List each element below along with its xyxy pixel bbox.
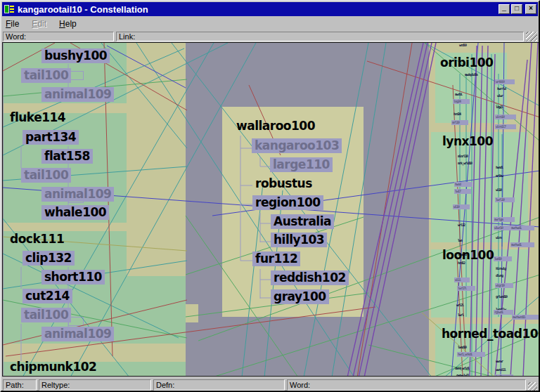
word-node-australia[interactable]: Australia bbox=[271, 214, 334, 229]
micro-word-label[interactable]: grlwnd10 bbox=[495, 294, 516, 299]
word-node-oribi100[interactable]: oribi100 bbox=[437, 55, 496, 70]
word-node-loon100[interactable]: loon100 bbox=[439, 248, 496, 263]
word-node-short110[interactable]: short110 bbox=[41, 270, 105, 285]
resize-grip[interactable] bbox=[528, 382, 537, 391]
word-node-flat158[interactable]: flat158 bbox=[41, 149, 93, 164]
word-node-part134[interactable]: part134 bbox=[22, 130, 79, 145]
micro-word-label[interactable]: lwrl10 bbox=[495, 197, 515, 202]
word-node-whale100[interactable]: whale100 bbox=[41, 205, 109, 220]
micro-word-label[interactable]: wwrwr bbox=[495, 359, 512, 364]
word-node-kangaroo103[interactable]: kangaroo103 bbox=[252, 138, 342, 153]
micro-word-label[interactable]: gwgw-lw1l bbox=[456, 373, 480, 377]
micro-word-label[interactable]: mrk_wrld10 bbox=[457, 161, 489, 166]
micro-word-label[interactable]: dwrd_wrld1 bbox=[454, 366, 482, 371]
micro-word-label[interactable]: wlwr bbox=[496, 93, 516, 98]
menu-edit: Edit bbox=[32, 19, 46, 29]
micro-word-label[interactable]: hwrrld bbox=[496, 86, 518, 91]
micro-word-label[interactable]: wrl2l bbox=[456, 303, 471, 308]
word-node-reddish102[interactable]: reddish102 bbox=[271, 270, 349, 285]
word-node-dock111[interactable]: dock111 bbox=[7, 232, 67, 247]
word-node-wallaroo100[interactable]: wallaroo100 bbox=[233, 119, 318, 133]
micro-word-label[interactable]: hrd24 bbox=[453, 112, 471, 117]
micro-word-label[interactable]: lwr17l bbox=[457, 286, 475, 291]
micro-word-label[interactable]: mrl10 bbox=[451, 120, 468, 125]
micro-word-label[interactable]: mwrbl bbox=[454, 92, 472, 97]
micro-word-label[interactable]: hlrnwlg bbox=[495, 266, 516, 271]
micro-word-label[interactable]: wlgr10 bbox=[495, 283, 513, 288]
word-node-fur112[interactable]: fur112 bbox=[252, 251, 300, 266]
micro-word-label[interactable]: rglwd1 bbox=[494, 310, 513, 315]
minimize-button[interactable]: _ bbox=[499, 4, 510, 14]
word-node-animal109[interactable]: animal109 bbox=[41, 187, 114, 202]
status-reltype: Reltype: bbox=[39, 379, 151, 391]
micro-word-label[interactable]: mwrhwrd1l bbox=[512, 315, 539, 320]
micro-word-label[interactable]: mlnrl10 bbox=[457, 154, 481, 159]
word-node-large110[interactable]: large110 bbox=[270, 157, 333, 172]
relation-line bbox=[364, 43, 436, 377]
toolbar-grip[interactable] bbox=[526, 32, 537, 41]
relation-line bbox=[198, 217, 539, 341]
maximize-button[interactable]: □ bbox=[511, 4, 522, 14]
micro-word-label[interactable]: lwn bbox=[457, 238, 471, 243]
app-window: kangarootail10 - Constellation _ □ × Fil… bbox=[0, 0, 540, 392]
micro-word-label[interactable]: wlrn bbox=[495, 235, 512, 240]
window-title: kangarootail10 - Constellation bbox=[18, 4, 496, 15]
status-path: Path: bbox=[3, 379, 37, 391]
micro-word-label[interactable]: lng2l bbox=[495, 105, 512, 110]
micro-word-label[interactable]: hwnd bbox=[454, 182, 472, 187]
word-node-bushy100[interactable]: bushy100 bbox=[41, 48, 110, 63]
status-defn: Defn: bbox=[153, 379, 285, 391]
micro-word-label[interactable]: mwrlgm bbox=[494, 217, 515, 222]
word-node-tail100[interactable]: tail100 bbox=[21, 68, 71, 83]
word-node-chipmunk102[interactable]: chipmunk102 bbox=[7, 360, 99, 374]
micro-word-label[interactable]: wl10 bbox=[495, 188, 513, 192]
word-field-label: Word: bbox=[6, 32, 26, 41]
word-node-horned_toad100[interactable]: horned_toad100 bbox=[439, 327, 539, 341]
micro-word-label[interactable]: lwrl bbox=[457, 313, 472, 318]
micro-word-label[interactable]: mwdspldlk bbox=[464, 72, 492, 77]
word-node-clip132[interactable]: clip132 bbox=[22, 251, 75, 266]
micro-word-label[interactable]: wrtbl0 bbox=[495, 79, 515, 84]
micro-word-label[interactable]: mwrhwd1 bbox=[510, 242, 534, 247]
word-node-animal109[interactable]: animal109 bbox=[41, 327, 114, 341]
link-field[interactable]: Link: bbox=[116, 32, 524, 41]
micro-word-label[interactable]: wl10 bbox=[453, 204, 470, 209]
word-node-region100[interactable]: region100 bbox=[252, 195, 323, 210]
graph-canvas[interactable]: wrdl0mwdspldlkwrtbl0hwrrldwlwrmwrbllng24… bbox=[2, 42, 539, 377]
micro-word-label[interactable]: wwrwl1l bbox=[495, 367, 516, 372]
micro-word-label[interactable]: lw17 bbox=[454, 189, 471, 194]
relation-line bbox=[359, 43, 432, 377]
word-node-lynx100[interactable]: lynx100 bbox=[439, 134, 496, 149]
micro-word-label[interactable]: lwnd10 bbox=[457, 345, 475, 350]
micro-word-label[interactable]: wrl12 bbox=[457, 223, 475, 228]
close-button[interactable]: × bbox=[525, 4, 536, 14]
micro-word-label[interactable]: hwd2 bbox=[495, 374, 513, 377]
menu-help[interactable]: Help bbox=[59, 19, 77, 29]
word-node-hilly103[interactable]: hilly103 bbox=[271, 233, 327, 247]
micro-word-label[interactable]: wrdl0 bbox=[458, 43, 480, 48]
word-node-fluke114[interactable]: fluke114 bbox=[7, 110, 68, 125]
word-node-gray100[interactable]: gray100 bbox=[271, 289, 329, 304]
relation-line bbox=[107, 46, 186, 88]
menu-file[interactable]: File bbox=[6, 19, 19, 29]
relation-line bbox=[357, 43, 412, 377]
word-node-tail100[interactable]: tail100 bbox=[21, 168, 71, 183]
micro-word-label[interactable]: wlrn10 bbox=[495, 115, 516, 119]
word-field[interactable]: Word: bbox=[3, 32, 114, 41]
app-icon[interactable] bbox=[4, 4, 15, 14]
word-node-cut214[interactable]: cut214 bbox=[22, 289, 72, 303]
micro-word-label[interactable]: dlvng bbox=[495, 273, 510, 278]
top-toolbar: Word: Link: bbox=[1, 31, 539, 42]
micro-word-label[interactable]: wl1l bbox=[454, 277, 470, 282]
title-bar[interactable]: kangarootail10 - Constellation _ □ × bbox=[2, 2, 538, 16]
micro-word-label[interactable]: mrlhw bbox=[495, 174, 515, 178]
micro-word-label[interactable]: mwrhwd1 bbox=[510, 226, 534, 230]
status-word: Word: bbox=[287, 379, 526, 391]
micro-word-label[interactable]: hwndl bbox=[495, 165, 515, 170]
word-node-tail100[interactable]: tail100 bbox=[21, 308, 71, 322]
micro-word-label[interactable]: wlrn1l7 bbox=[495, 124, 516, 129]
micro-word-label[interactable]: lng24 bbox=[453, 99, 470, 104]
micro-word-label[interactable]: hwr1_wrkd1 bbox=[457, 352, 485, 357]
word-node-animal109[interactable]: animal109 bbox=[41, 87, 114, 102]
word-node-robustus[interactable]: robustus bbox=[252, 176, 315, 191]
